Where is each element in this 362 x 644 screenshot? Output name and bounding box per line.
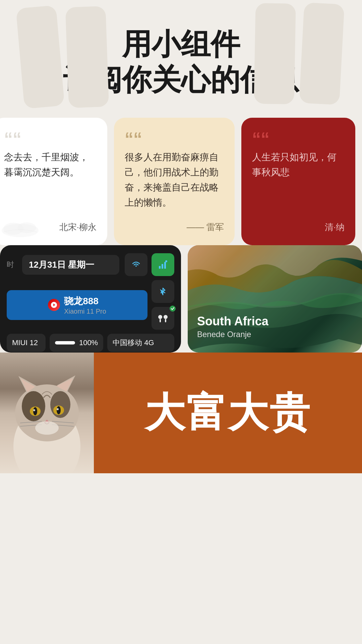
- device-chip-row: 骁龙888 Xiaomi 11 Pro: [7, 280, 174, 330]
- device-top-row: 时 12月31日 星期一: [7, 253, 174, 276]
- device-card: 时 12月31日 星期一: [0, 245, 181, 353]
- svg-rect-4: [162, 264, 163, 269]
- svg-rect-5: [164, 262, 166, 269]
- quote-mark-2: ““: [125, 130, 224, 147]
- svg-rect-10: [165, 319, 166, 322]
- device-icons: [125, 253, 174, 276]
- page-title: 用小组件 订阅你关心的信息: [20, 27, 342, 98]
- quote-mark-1: ““: [4, 130, 97, 147]
- quote-card-red: ““ 人生若只如初见，何事秋风悲 清·纳: [241, 118, 355, 245]
- map-card: South Africa Benede Oranje: [188, 245, 362, 353]
- airpods-button[interactable]: [152, 307, 174, 330]
- fortune-text: 大富大贵: [145, 386, 311, 440]
- quotes-row: ““ 念去去，千里烟波，暮霭沉沉楚天阔。 北宋·柳永 ““ 很多人在用勤奋麻痹自…: [0, 118, 362, 245]
- svg-point-6: [165, 260, 167, 262]
- bt-airpods-col: [152, 280, 174, 330]
- quote-card-white: ““ 念去去，千里烟波，暮霭沉沉楚天阔。 北宋·柳永: [0, 118, 107, 245]
- svg-rect-3: [159, 266, 161, 269]
- battery-fill: [55, 341, 75, 344]
- svg-point-23: [33, 409, 35, 411]
- device-bottom-row: MIUI 12 100% 中国移动 4G: [7, 334, 174, 352]
- airpods-icon: [157, 313, 169, 324]
- fortune-card: 大富大贵: [94, 353, 362, 473]
- map-label: South Africa Benede Oranje: [197, 314, 268, 339]
- check-badge: [170, 306, 176, 312]
- bluetooth-button[interactable]: [152, 280, 174, 303]
- time-label: 时: [7, 260, 17, 270]
- cat-image: [0, 353, 94, 473]
- svg-point-13: [22, 391, 45, 421]
- bluetooth-icon: [158, 286, 168, 297]
- quote-text-1: 念去去，千里烟波，暮霭沉沉楚天阔。: [4, 150, 97, 180]
- svg-point-24: [57, 408, 59, 410]
- header-section: 用小组件 订阅你关心的信息: [0, 0, 362, 118]
- quote-author-2: —— 雷军: [125, 221, 224, 233]
- chip-card: 骁龙888 Xiaomi 11 Pro: [7, 290, 147, 320]
- svg-point-9: [164, 315, 168, 319]
- map-country: South Africa: [197, 314, 268, 328]
- svg-point-7: [158, 315, 162, 319]
- quote-author-3: 清·纳: [252, 221, 345, 233]
- svg-point-30: [35, 421, 59, 435]
- miui-item: MIUI 12: [7, 334, 46, 352]
- svg-point-22: [57, 406, 61, 414]
- quote-text-2: 很多人在用勤奋麻痹自己，他们用战术上的勤奋，来掩盖自己在战略上的懒惰。: [125, 150, 224, 210]
- wifi-button[interactable]: [125, 253, 147, 276]
- svg-point-21: [33, 407, 37, 415]
- wifi-icon: [131, 259, 141, 270]
- device-date: 12月31日 星期一: [22, 255, 119, 275]
- bottom-row: 大富大贵: [0, 353, 362, 473]
- carrier-item: 中国移动 4G: [107, 334, 174, 352]
- device-map-row: 时 12月31日 星期一: [0, 245, 362, 353]
- quote-mark-3: ““: [252, 130, 345, 147]
- cat-card: [0, 353, 94, 473]
- signal-button[interactable]: [152, 253, 174, 276]
- map-region: Benede Oranje: [197, 330, 268, 339]
- chip-name: 骁龙888 Xiaomi 11 Pro: [64, 295, 106, 315]
- quote-text-3: 人生若只如初见，何事秋风悲: [252, 150, 345, 180]
- battery-bar: [55, 341, 75, 344]
- cloud-deco: [0, 217, 40, 238]
- snapdragon-logo: [48, 299, 60, 311]
- battery-item: 100%: [50, 334, 103, 352]
- quote-card-cream: ““ 很多人在用勤奋麻痹自己，他们用战术上的勤奋，来掩盖自己在战略上的懒惰。 —…: [114, 118, 235, 245]
- signal-icon: [158, 259, 168, 270]
- svg-rect-8: [160, 319, 161, 322]
